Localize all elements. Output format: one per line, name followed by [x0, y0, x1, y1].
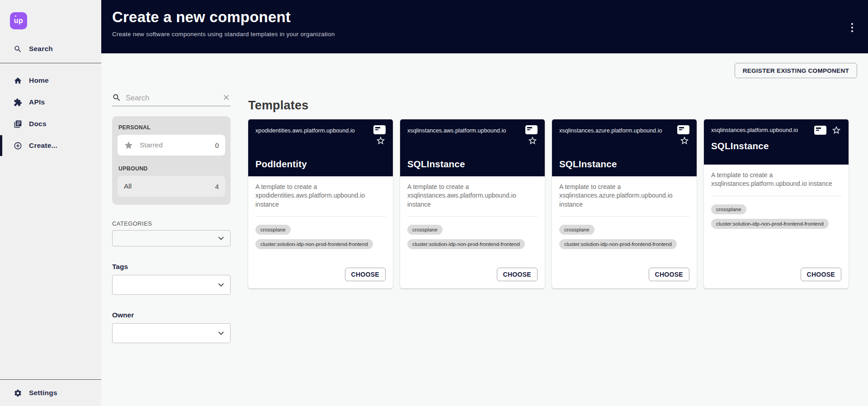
template-card-header: xsqlinstances.platform.upbound.io SQLIns… [704, 119, 849, 165]
sidebar-item-label: Search [29, 45, 53, 53]
chevron-down-icon [216, 279, 226, 290]
tag-chip: crossplane [559, 225, 594, 235]
template-title: SQLInstance [407, 159, 538, 170]
sidebar-item-create[interactable]: Create... [0, 135, 101, 156]
sidebar-item-settings[interactable]: Settings [0, 380, 101, 406]
templates-section: Templates xpodidentities.aws.platform.up… [248, 99, 849, 288]
logo-text: up [14, 17, 24, 25]
divider [407, 216, 538, 217]
plus-circle-icon [13, 141, 22, 150]
sidebar-item-label: Settings [29, 389, 57, 397]
tag-chip: crossplane [711, 204, 746, 214]
sidebar: up Search Home APIs Docs [0, 0, 101, 406]
starred-count: 0 [215, 142, 219, 149]
page-title: Create a new component [112, 9, 868, 26]
tag-chip: cluster:solution-idp-non-prod-frontend-f… [559, 239, 677, 249]
tags-select[interactable] [112, 275, 231, 295]
templates-heading: Templates [248, 99, 849, 113]
all-label: All [124, 182, 132, 190]
template-card-header: xsqlinstances.azure.platform.upbound.io … [552, 119, 697, 176]
categories-filter: CATEGORIES [112, 220, 231, 246]
template-card: xsqlinstances.platform.upbound.io SQLIns… [704, 119, 849, 288]
ownership-filter-group: PERSONAL Starred 0 UPBOUND All 4 [112, 116, 231, 205]
docs-icon [13, 119, 22, 128]
all-filter-item[interactable]: All 4 [118, 176, 225, 197]
chevron-down-icon [216, 233, 226, 244]
upbound-logo[interactable]: up [10, 12, 27, 29]
template-cards-grid: xpodidentities.aws.platform.upbound.io P… [248, 119, 849, 288]
upbound-section-label: UPBOUND [118, 165, 225, 172]
template-description: A template to create a xsqlinstances.aws… [407, 183, 538, 209]
sidebar-item-search[interactable]: Search [0, 40, 101, 57]
choose-button[interactable]: CHOOSE [345, 268, 386, 281]
template-type-icon [373, 125, 386, 134]
search-icon [13, 44, 22, 53]
star-icon[interactable] [831, 125, 841, 135]
owner-label: Owner [112, 311, 231, 319]
template-title: PodIdentity [255, 159, 386, 170]
template-type-icon [814, 126, 826, 135]
template-card: xpodidentities.aws.platform.upbound.io P… [248, 119, 393, 288]
star-icon[interactable] [679, 136, 689, 146]
tag-chip: cluster:solution-idp-non-prod-frontend-f… [711, 219, 829, 229]
sidebar-item-docs[interactable]: Docs [0, 113, 101, 135]
choose-button[interactable]: CHOOSE [649, 268, 689, 281]
sidebar-item-label: APIs [29, 98, 45, 106]
choose-button[interactable]: CHOOSE [801, 268, 841, 281]
tag-chip: crossplane [255, 225, 291, 235]
tags-label: Tags [112, 263, 231, 271]
sidebar-item-home[interactable]: Home [0, 70, 101, 91]
search-icon [112, 93, 121, 102]
register-existing-component-button[interactable]: REGISTER EXISTING COMPONENT [735, 63, 857, 78]
gear-icon [13, 388, 22, 397]
template-description: A template to create a xsqlinstances.pla… [711, 171, 841, 189]
logo-dot [15, 15, 16, 17]
divider [255, 216, 386, 217]
active-item-indicator [0, 135, 2, 156]
categories-select[interactable] [112, 230, 231, 246]
template-card: xsqlinstances.aws.platform.upbound.io SQ… [400, 119, 545, 288]
template-type-icon [525, 125, 538, 134]
home-icon [13, 76, 22, 85]
template-domain: xsqlinstances.aws.platform.upbound.io [407, 125, 525, 134]
filter-search-input[interactable] [126, 94, 217, 102]
tags-filter: Tags [112, 263, 231, 295]
choose-button[interactable]: CHOOSE [497, 268, 538, 281]
template-title: SQLInstance [711, 141, 841, 151]
divider [0, 63, 101, 63]
star-icon[interactable] [376, 136, 386, 146]
sidebar-item-label: Create... [29, 142, 57, 150]
starred-filter-item[interactable]: Starred 0 [118, 135, 225, 156]
template-card-header: xsqlinstances.aws.platform.upbound.io SQ… [400, 119, 545, 176]
template-domain: xpodidentities.aws.platform.upbound.io [255, 125, 373, 134]
sidebar-item-label: Home [29, 76, 49, 85]
star-icon[interactable] [528, 136, 538, 146]
filter-search [112, 93, 231, 106]
template-card-body: A template to create a xsqlinstances.aws… [400, 176, 545, 288]
filter-panel: PERSONAL Starred 0 UPBOUND All 4 CATEGOR… [112, 93, 231, 343]
owner-select[interactable] [112, 323, 231, 343]
template-type-icon [677, 125, 689, 134]
template-card-body: A template to create a xsqlinstances.pla… [704, 165, 849, 288]
divider [711, 196, 841, 196]
owner-filter: Owner [112, 311, 231, 343]
starred-label: Starred [140, 141, 163, 149]
template-card-body: A template to create a xpodidentities.aw… [248, 176, 393, 288]
star-icon [124, 141, 133, 150]
kebab-menu-icon[interactable] [849, 21, 855, 34]
clear-search-icon[interactable] [222, 93, 231, 102]
personal-section-label: PERSONAL [118, 124, 225, 131]
template-card: xsqlinstances.azure.platform.upbound.io … [552, 119, 697, 288]
page-header: Create a new component Create new softwa… [101, 0, 868, 53]
tag-chip: cluster:solution-idp-non-prod-frontend-f… [255, 239, 373, 249]
sidebar-item-apis[interactable]: APIs [0, 91, 101, 113]
page-subtitle: Create new software components using sta… [112, 31, 868, 38]
template-domain: xsqlinstances.platform.upbound.io [711, 127, 798, 133]
sidebar-item-label: Docs [29, 120, 47, 128]
template-description: A template to create a xpodidentities.aw… [255, 183, 386, 209]
tag-chip: cluster:solution-idp-non-prod-frontend-f… [407, 239, 525, 249]
chevron-down-icon [216, 328, 226, 339]
divider [559, 216, 689, 217]
template-domain: xsqlinstances.azure.platform.upbound.io [559, 125, 677, 134]
categories-label: CATEGORIES [112, 220, 231, 227]
